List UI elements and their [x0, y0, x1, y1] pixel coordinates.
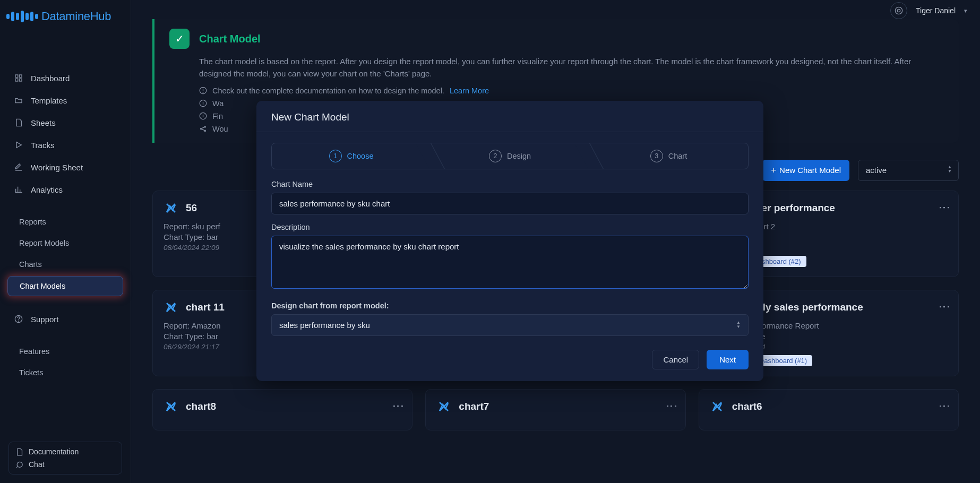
sidebar-item-label: Analytics [31, 185, 63, 194]
card-title: chart6 [732, 401, 762, 412]
share-text: Wou [212, 125, 228, 133]
sidebar-item-chart-models[interactable]: Chart Models [7, 276, 123, 296]
chart-model-card[interactable]: chart7 ⋮ [425, 389, 685, 430]
info-icon [199, 99, 207, 107]
help-circle-icon [14, 314, 23, 324]
description-textarea[interactable] [271, 236, 749, 289]
step-number: 2 [489, 150, 502, 162]
info-icon [199, 112, 207, 120]
sidebar-item-label: Tracks [31, 141, 54, 150]
sidebar: DatamineHub Dashboard Templates Sheets T… [0, 0, 131, 483]
hint-text: Fin [212, 112, 223, 120]
sidebar-item-working-sheet[interactable]: Working Sheet [7, 157, 123, 177]
sidebar-item-label: Charts [19, 260, 42, 269]
logo-bars-icon [6, 11, 38, 22]
updown-caret-icon: ▲▼ [948, 165, 952, 173]
step-design[interactable]: 2 Design [431, 143, 589, 169]
learn-more-link[interactable]: Learn More [450, 87, 489, 95]
chart-model-card[interactable]: chart6 ⋮ [699, 389, 959, 430]
more-menu-icon[interactable]: ⋮ [942, 400, 948, 412]
chat-icon [15, 461, 23, 469]
step-chart[interactable]: 3 Chart [589, 143, 748, 169]
hint-text: Wa [212, 99, 223, 108]
card-title: chart 11 [186, 301, 225, 313]
grid-icon [14, 73, 23, 83]
sidebar-item-tracks[interactable]: Tracks [7, 135, 123, 155]
svg-point-13 [201, 128, 202, 130]
step-number: 1 [329, 150, 342, 162]
chart-icon [164, 201, 178, 215]
help-circle-icon [199, 87, 207, 94]
sidebar-item-label: Dashboard [31, 74, 70, 83]
design-from-label: Design chart from report model: [271, 301, 749, 310]
sidebar-item-label: Chart Models [20, 282, 65, 290]
stepper: 1 Choose 2 Design 3 Chart [271, 143, 749, 169]
doc-line: Check out the complete documentation on … [212, 87, 444, 95]
plus-icon: + [771, 165, 776, 176]
support-label: Chat [29, 460, 45, 469]
edit-line-icon [14, 162, 23, 172]
folder-icon [14, 96, 23, 105]
svg-point-8 [19, 321, 19, 322]
chart-icon [164, 399, 178, 414]
new-chart-model-modal: New Chart Model 1 Choose 2 Design 3 Char… [256, 101, 763, 381]
sidebar-item-label: Features [19, 347, 49, 356]
sidebar-item-sheets[interactable]: Sheets [7, 113, 123, 133]
sidebar-item-label: Report Models [19, 239, 69, 247]
svg-point-15 [204, 130, 206, 132]
sidebar-item-report-models[interactable]: Report Models [7, 234, 123, 253]
sidebar-item-analytics[interactable]: Analytics [7, 179, 123, 200]
chart-model-card[interactable]: chart8 ⋮ [152, 389, 412, 430]
sidebar-item-support[interactable]: Support [7, 309, 123, 329]
report-model-select[interactable]: sales performance by sku ▲▼ [271, 314, 749, 336]
cancel-button[interactable]: Cancel [652, 350, 699, 369]
sidebar-item-templates[interactable]: Templates [7, 90, 123, 110]
share-icon [199, 125, 207, 133]
step-label: Choose [347, 152, 374, 160]
sidebar-item-label: Working Sheet [31, 163, 83, 172]
support-card: Documentation Chat [8, 442, 122, 475]
sidebar-item-features[interactable]: Features [7, 342, 123, 361]
updown-caret-icon: ▲▼ [736, 321, 741, 329]
logo-text: DatamineHub [41, 10, 111, 23]
more-menu-icon[interactable]: ⋮ [396, 400, 401, 412]
select-value: active [866, 166, 887, 175]
file-icon [15, 448, 23, 456]
svg-rect-3 [19, 75, 22, 77]
more-menu-icon[interactable]: ⋮ [669, 400, 675, 412]
chart-icon [710, 399, 725, 414]
step-choose[interactable]: 1 Choose [272, 143, 431, 169]
sidebar-item-charts[interactable]: Charts [7, 255, 123, 274]
step-label: Design [507, 152, 531, 160]
card-title: chart7 [459, 401, 489, 412]
svg-point-10 [203, 92, 203, 92]
status-filter-select[interactable]: active ▲▼ [858, 160, 959, 181]
support-label: Documentation [29, 447, 79, 456]
sidebar-item-dashboard[interactable]: Dashboard [7, 68, 123, 88]
svg-marker-6 [16, 142, 21, 148]
modal-title: New Chart Model [256, 101, 763, 132]
sidebar-item-tickets[interactable]: Tickets [7, 363, 123, 382]
check-badge-icon: ✓ [169, 29, 190, 49]
chart-name-label: Chart Name [271, 180, 749, 188]
card-title: chart8 [186, 401, 216, 412]
more-menu-icon[interactable]: ⋮ [942, 202, 948, 214]
documentation-link[interactable]: Documentation [15, 447, 115, 456]
logo[interactable]: DatamineHub [0, 0, 131, 36]
more-menu-icon[interactable]: ⋮ [942, 301, 948, 313]
button-label: New Chart Model [779, 166, 841, 175]
new-chart-model-button[interactable]: + New Chart Model [762, 160, 849, 181]
intro-description: The chart model is based on the report. … [199, 55, 932, 80]
svg-rect-2 [15, 75, 18, 77]
sidebar-item-label: Sheets [31, 118, 56, 127]
next-button[interactable]: Next [707, 350, 749, 369]
svg-rect-5 [19, 79, 22, 81]
svg-point-14 [204, 126, 206, 128]
select-value: sales performance by sku [279, 321, 370, 330]
sidebar-item-label: Tickets [19, 368, 43, 377]
chart-name-input[interactable] [271, 193, 749, 214]
sidebar-item-reports[interactable]: Reports [7, 212, 123, 231]
play-icon [14, 140, 23, 150]
chat-link[interactable]: Chat [15, 460, 115, 469]
sidebar-item-label: Reports [19, 218, 46, 226]
